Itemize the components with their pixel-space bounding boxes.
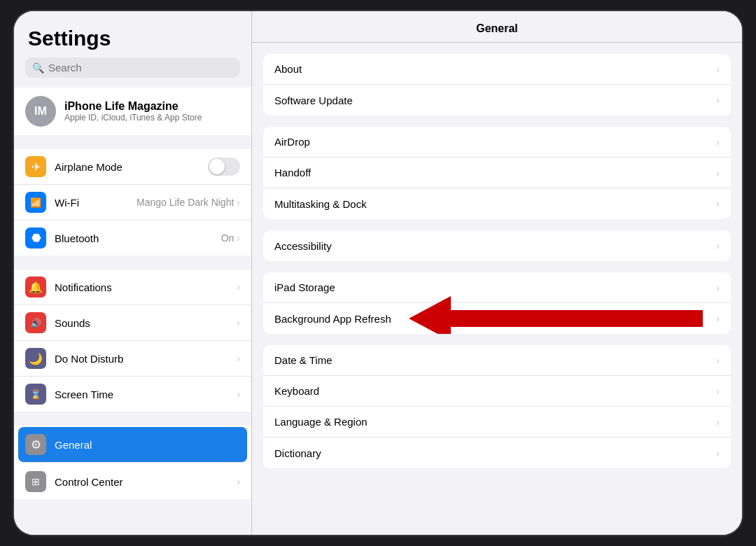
screen-time-label: Screen Time <box>55 388 237 400</box>
do-not-disturb-icon: 🌙 <box>25 348 46 369</box>
settings-title: Settings <box>14 11 251 57</box>
software-update-label: Software Update <box>274 94 716 106</box>
content-group-5: Date & Time › Keyboard › Language & Regi… <box>263 345 731 468</box>
dictionary-row[interactable]: Dictionary › <box>263 438 731 468</box>
airdrop-label: AirDrop <box>274 136 716 148</box>
airplane-mode-icon: ✈ <box>25 156 46 177</box>
sidebar-item-notifications[interactable]: 🔔 Notifications › <box>14 270 251 305</box>
toggle-thumb <box>209 159 225 174</box>
date-time-chevron: › <box>716 355 720 366</box>
wifi-value: Mango Life Dark Night <box>136 197 234 208</box>
notifications-icon: 🔔 <box>25 276 46 298</box>
main-content: General About › Software Update › AirDro… <box>252 11 742 535</box>
content-group-2: AirDrop › Handoff › Multitasking & Dock … <box>263 127 731 219</box>
do-not-disturb-label: Do Not Disturb <box>55 353 237 365</box>
sounds-icon: 🔊 <box>25 312 46 333</box>
bluetooth-label: Bluetooth <box>55 232 221 244</box>
handoff-chevron: › <box>716 167 720 178</box>
software-update-chevron: › <box>716 94 720 106</box>
handoff-row[interactable]: Handoff › <box>263 158 731 188</box>
dictionary-label: Dictionary <box>274 447 716 459</box>
search-icon: 🔍 <box>32 62 44 74</box>
main-title: General <box>252 11 742 43</box>
sidebar: Settings 🔍 IM iPhone Life Magazine Apple… <box>14 11 252 535</box>
notifications-chevron: › <box>237 281 240 293</box>
sounds-label: Sounds <box>55 317 237 329</box>
control-center-icon: ⊞ <box>25 471 46 492</box>
airplane-mode-toggle[interactable] <box>208 158 240 176</box>
sidebar-item-control-center[interactable]: ⊞ Control Center › <box>14 464 251 499</box>
general-icon: ⚙ <box>25 434 46 455</box>
ipad-storage-label: iPad Storage <box>274 281 716 293</box>
notifications-label: Notifications <box>55 281 237 293</box>
dictionary-chevron: › <box>716 447 720 458</box>
background-app-refresh-chevron: › <box>716 313 720 324</box>
account-name: iPhone Life Magazine <box>64 100 202 113</box>
content-group-3: Accessibility › <box>263 230 731 261</box>
ipad-inner: Settings 🔍 IM iPhone Life Magazine Apple… <box>14 11 742 535</box>
language-region-row[interactable]: Language & Region › <box>263 407 731 438</box>
sidebar-item-general[interactable]: ⚙ General <box>18 427 247 463</box>
keyboard-label: Keyboard <box>274 385 716 397</box>
arrow-svg <box>409 296 703 334</box>
keyboard-chevron: › <box>716 386 720 397</box>
dnd-chevron: › <box>237 353 240 364</box>
general-label: General <box>55 439 240 451</box>
sidebar-item-sounds[interactable]: 🔊 Sounds › <box>14 305 251 341</box>
sounds-chevron: › <box>237 317 240 328</box>
software-update-row[interactable]: Software Update › <box>263 85 731 115</box>
avatar: IM <box>25 96 56 127</box>
ipad-storage-chevron: › <box>716 282 720 293</box>
sidebar-item-wifi[interactable]: 📶 Wi-Fi Mango Life Dark Night › <box>14 185 251 220</box>
account-info: iPhone Life Magazine Apple ID, iCloud, i… <box>64 100 202 122</box>
about-label: About <box>274 63 716 75</box>
system-group: ⚙ General ⊞ Control Center › <box>14 426 251 499</box>
sidebar-item-screen-time[interactable]: ⌛ Screen Time › <box>14 377 251 412</box>
multitasking-row[interactable]: Multitasking & Dock › <box>263 188 731 219</box>
wifi-label: Wi-Fi <box>55 197 136 209</box>
accessibility-row[interactable]: Accessibility › <box>263 230 731 261</box>
language-region-chevron: › <box>716 416 720 428</box>
svg-marker-1 <box>409 296 451 334</box>
background-app-refresh-row[interactable]: Background App Refresh › <box>263 303 731 334</box>
svg-rect-0 <box>451 310 703 327</box>
bluetooth-value: On <box>221 232 234 244</box>
bluetooth-icon: ⬣ <box>25 227 46 248</box>
account-subtitle: Apple ID, iCloud, iTunes & App Store <box>64 113 202 122</box>
accessibility-label: Accessibility <box>274 240 716 252</box>
date-time-label: Date & Time <box>274 354 716 366</box>
keyboard-row[interactable]: Keyboard › <box>263 376 731 407</box>
language-region-label: Language & Region <box>274 416 716 428</box>
sidebar-item-bluetooth[interactable]: ⬣ Bluetooth On › <box>14 220 251 255</box>
cc-chevron: › <box>237 476 240 487</box>
about-row[interactable]: About › <box>263 54 731 85</box>
screen-time-icon: ⌛ <box>25 384 46 405</box>
handoff-label: Handoff <box>274 167 716 178</box>
ipad-frame: Settings 🔍 IM iPhone Life Magazine Apple… <box>14 11 742 535</box>
multitasking-label: Multitasking & Dock <box>274 198 716 210</box>
wifi-chevron: › <box>237 197 240 208</box>
date-time-row[interactable]: Date & Time › <box>263 345 731 376</box>
about-chevron: › <box>716 64 720 75</box>
airdrop-chevron: › <box>716 136 720 148</box>
notifications-group: 🔔 Notifications › 🔊 Sounds › 🌙 Do Not Di… <box>14 270 251 412</box>
account-row[interactable]: IM iPhone Life Magazine Apple ID, iCloud… <box>14 88 251 135</box>
accessibility-chevron: › <box>716 240 720 251</box>
search-input[interactable] <box>48 62 233 74</box>
airplane-mode-label: Airplane Mode <box>55 161 208 173</box>
connectivity-group: ✈ Airplane Mode 📶 Wi-Fi Mango Life Dark … <box>14 149 251 255</box>
airdrop-row[interactable]: AirDrop › <box>263 127 731 158</box>
search-bar[interactable]: 🔍 <box>25 57 240 78</box>
sidebar-item-airplane-mode[interactable]: ✈ Airplane Mode <box>14 149 251 185</box>
screen-time-chevron: › <box>237 388 240 400</box>
wifi-icon: 📶 <box>25 192 46 213</box>
sidebar-item-do-not-disturb[interactable]: 🌙 Do Not Disturb › <box>14 341 251 377</box>
red-arrow <box>409 296 703 334</box>
multitasking-chevron: › <box>716 198 720 209</box>
content-group-1: About › Software Update › <box>263 54 731 115</box>
control-center-label: Control Center <box>55 476 237 488</box>
bluetooth-chevron: › <box>237 232 240 244</box>
content-group-4: iPad Storage › Background App Refresh <box>263 272 731 334</box>
